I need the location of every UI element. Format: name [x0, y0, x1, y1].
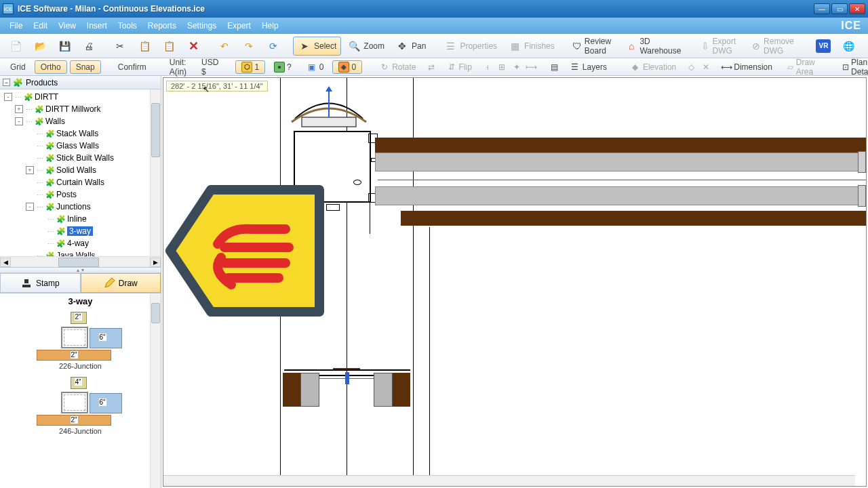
menu-insert[interactable]: Insert — [81, 20, 113, 32]
junction-top-detail — [281, 85, 376, 132]
tree-item-posts[interactable]: ⋯🧩Posts — [0, 188, 161, 201]
preview-vscroll-thumb[interactable] — [151, 303, 160, 323]
snap-toggle[interactable]: Snap — [70, 60, 101, 74]
expand-toggle[interactable]: - — [15, 117, 23, 125]
minimize-button[interactable]: — — [814, 3, 830, 14]
menu-help[interactable]: Help — [256, 20, 284, 32]
tree-hscroll[interactable]: ◀ ▶ — [0, 256, 161, 267]
select-tool[interactable]: ➤Select — [293, 37, 341, 56]
new-button[interactable]: 📄 — [4, 37, 27, 56]
3d-warehouse-button[interactable]: ⌂3D Warehouse — [621, 37, 688, 56]
properties-button[interactable]: ☰Properties — [439, 37, 502, 56]
redo-button[interactable]: ↷ — [237, 37, 260, 56]
image-icon: ▣ — [307, 62, 317, 73]
box-button[interactable]: 📦 — [861, 37, 868, 56]
tree-hscroll-thumb[interactable] — [58, 258, 99, 267]
export-dwg-button[interactable]: ⇩Export DWG — [696, 37, 746, 56]
tree-item-stick-built-walls[interactable]: ⋯🧩Stick Built Walls — [0, 152, 161, 164]
tree-item-junctions[interactable]: -⋯🧩Junctions — [0, 201, 161, 213]
cut-button[interactable]: ✂ — [108, 37, 132, 56]
confirm-button[interactable]: Confirm — [112, 60, 153, 74]
tree-item-walls[interactable]: -⋯🧩Walls — [0, 115, 161, 127]
tree-item-solid-walls[interactable]: +⋯🧩Solid Walls — [0, 164, 161, 176]
currency-display[interactable]: USD $ — [195, 60, 224, 74]
tree-item-stack-walls[interactable]: ⋯🧩Stack Walls — [0, 127, 161, 140]
layers-icon-button[interactable]: ▤ — [549, 60, 561, 74]
distribute-button[interactable]: ⊞ — [496, 60, 508, 74]
tree-item-dirtt-millwork[interactable]: +⋯🧩DIRTT Millwork — [0, 103, 161, 115]
tree-item-inline[interactable]: ⋯🧩Inline — [0, 213, 161, 225]
preview-vscroll[interactable] — [150, 293, 161, 488]
section-button[interactable]: ◇ — [685, 60, 697, 74]
product-tree[interactable]: -⋯🧩DIRTT+⋯🧩DIRTT Millwork-⋯🧩Walls⋯🧩Stack… — [0, 89, 161, 256]
tree-item-glass-walls[interactable]: ⋯🧩Glass Walls — [0, 140, 161, 152]
view3d-button[interactable]: ✕ — [700, 60, 712, 74]
delete-button[interactable]: ✕ — [182, 37, 205, 56]
splitter[interactable]: ▴ ▾ — [0, 268, 161, 273]
copy-button[interactable]: 📋 — [133, 37, 156, 56]
hscroll-right[interactable]: ▶ — [150, 258, 161, 267]
grid-toggle[interactable]: Grid — [4, 60, 32, 74]
elevation-button[interactable]: ◆Elevation — [624, 60, 682, 74]
menu-file[interactable]: File — [4, 20, 28, 32]
plan-detail-button[interactable]: ⊡Plan Detail — [836, 60, 868, 74]
drawing-canvas[interactable]: 282' - 2 15/16", 31' - 11 1/4" ↖ — [163, 78, 866, 486]
menu-tools[interactable]: Tools — [113, 20, 142, 32]
badge-0b[interactable]: ◈0 — [332, 60, 362, 74]
layers-button[interactable]: ☰Layers — [564, 60, 613, 74]
close-button[interactable]: ✕ — [849, 3, 865, 14]
open-button[interactable]: 📂 — [28, 37, 52, 56]
snap-to-button[interactable]: ✦ — [511, 60, 523, 74]
finishes-button[interactable]: ▦Finishes — [503, 37, 559, 56]
badge-q[interactable]: ●? — [268, 60, 298, 74]
preview-item[interactable]: 2"6"2"226-Junction — [0, 309, 161, 374]
align-button[interactable]: ⫞ — [481, 60, 493, 74]
menu-settings[interactable]: Settings — [182, 20, 222, 32]
save-button[interactable]: 💾 — [53, 37, 76, 56]
remove-dwg-button[interactable]: ⊘Remove DWG — [747, 37, 804, 56]
draw-tab[interactable]: Draw — [81, 273, 161, 293]
tree-item-dirtt[interactable]: -⋯🧩DIRTT — [0, 91, 161, 103]
zoom-tool[interactable]: 🔍Zoom — [342, 37, 389, 56]
globe-button[interactable]: 🌐 — [837, 37, 860, 56]
tree-item-java-walls[interactable]: ⋯🧩Java Walls — [0, 249, 161, 256]
badge-1[interactable]: ⬡1 — [235, 60, 265, 74]
pan-tool[interactable]: ✥Pan — [391, 37, 431, 56]
expand-toggle[interactable]: + — [15, 105, 23, 113]
stamp-tab[interactable]: Stamp — [0, 273, 81, 293]
tree-vscroll[interactable] — [150, 89, 161, 256]
expand-toggle[interactable]: - — [4, 93, 12, 101]
badge-0a[interactable]: ▣0 — [300, 60, 330, 74]
node-icon: 🧩 — [45, 141, 55, 150]
ortho-toggle[interactable]: Ortho — [35, 60, 67, 74]
guide-button[interactable]: ⟼ — [526, 60, 538, 74]
dimension-button[interactable]: ⟷Dimension — [715, 60, 778, 74]
unit-display[interactable]: Unit: A(in) — [163, 60, 193, 74]
paste-button[interactable]: 📋 — [157, 37, 180, 56]
tree-item-4-way[interactable]: ⋯🧩4-way — [0, 237, 161, 249]
hscroll-left[interactable]: ◀ — [0, 258, 11, 267]
undo-button[interactable]: ↶ — [213, 37, 236, 56]
review-board-button[interactable]: 🛡Review Board — [568, 37, 620, 56]
maximize-button[interactable]: ▭ — [831, 3, 848, 14]
print-button[interactable]: 🖨 — [77, 37, 100, 56]
menu-expert[interactable]: Expert — [222, 20, 256, 32]
menu-reports[interactable]: Reports — [142, 20, 182, 32]
rotate-button[interactable]: ↻Rotate — [373, 60, 422, 74]
expand-toggle[interactable]: + — [26, 166, 34, 174]
menu-edit[interactable]: Edit — [28, 20, 53, 32]
tree-item-curtain-walls[interactable]: ⋯🧩Curtain Walls — [0, 176, 161, 188]
tree-vscroll-thumb[interactable] — [151, 103, 160, 157]
preview-item[interactable]: 4"6"2"246-Junction — [0, 374, 161, 439]
mouse-cursor: ↖ — [203, 85, 210, 94]
expand-toggle[interactable]: - — [26, 203, 34, 211]
menu-view[interactable]: View — [53, 20, 81, 32]
tree-collapse-icon[interactable]: − — [3, 79, 10, 86]
flip-button[interactable]: ⇵Flip — [440, 60, 478, 74]
draw-area-button[interactable]: ▱Draw Area — [781, 60, 825, 74]
tree-item-3-way[interactable]: ⋯🧩3-way — [0, 225, 161, 237]
refresh-button[interactable]: ⟳ — [262, 37, 285, 56]
vr-button[interactable]: VR — [811, 37, 835, 56]
mirror-h-button[interactable]: ⇄ — [425, 60, 437, 74]
canvas-hscroll[interactable] — [163, 475, 855, 486]
